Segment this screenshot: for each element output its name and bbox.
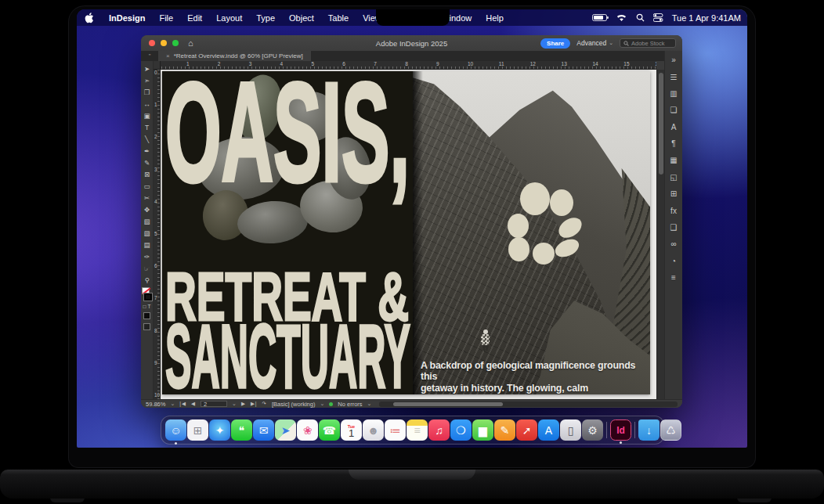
dock-item[interactable]: ❀: [297, 419, 318, 441]
horizontal-ruler[interactable]: 012345678910111213141516: [154, 61, 656, 70]
tool-button[interactable]: ▭: [142, 180, 153, 192]
ruler-origin-box[interactable]: [154, 61, 161, 70]
vertical-scrollbar[interactable]: [656, 70, 664, 399]
tool-button[interactable]: ✑: [142, 250, 153, 262]
horizontal-scrollbar[interactable]: [379, 401, 678, 407]
menu-item[interactable]: Layout: [209, 13, 249, 23]
scrollbar-thumb[interactable]: [659, 73, 663, 175]
page-spread[interactable]: OASIS, RETREAT & SANCTUARY: [162, 71, 650, 394]
panel-icon-button[interactable]: ▥: [667, 86, 681, 101]
dock-item[interactable]: ♫: [428, 419, 450, 441]
menu-item[interactable]: InDesign: [102, 13, 152, 23]
zoom-level[interactable]: 59.86%: [146, 401, 165, 408]
battery-icon[interactable]: [592, 14, 607, 21]
window-titlebar[interactable]: ⌂ Adobe InDesign 2025 Share Advanced⌄ Ad…: [141, 35, 682, 51]
dock-item[interactable]: ☻: [363, 419, 384, 441]
tool-button[interactable]: ➣: [142, 74, 153, 86]
tool-button[interactable]: ▣: [142, 110, 153, 121]
stroke-swatch[interactable]: [144, 293, 152, 301]
dock-item[interactable]: ✎: [494, 419, 515, 441]
tool-button[interactable]: ✒: [142, 145, 153, 157]
dock-item[interactable]: ✉: [253, 419, 274, 441]
adobe-stock-search-input[interactable]: Adobe Stock: [620, 38, 676, 48]
dock-item[interactable]: ☺: [165, 419, 186, 441]
document-canvas[interactable]: OASIS, RETREAT & SANCTUARY: [161, 70, 656, 399]
dock-item[interactable]: ⚙: [582, 419, 603, 441]
errors-caret-icon[interactable]: ⌄: [367, 401, 372, 407]
wifi-icon[interactable]: [616, 13, 627, 22]
dock-item[interactable]: ❍: [450, 419, 472, 441]
tool-button[interactable]: ↔: [142, 98, 153, 110]
tool-button[interactable]: ▤: [142, 239, 153, 250]
panel-icon-button[interactable]: ¶: [667, 136, 681, 151]
vertical-ruler[interactable]: 012345678910: [154, 70, 161, 399]
tool-button[interactable]: ✂: [142, 192, 153, 203]
tool-button[interactable]: ▨: [142, 227, 153, 239]
zoom-window-button[interactable]: [172, 40, 179, 46]
close-tab-icon[interactable]: ×: [166, 52, 170, 59]
tool-button[interactable]: ⚲: [142, 274, 153, 286]
share-button[interactable]: Share: [540, 38, 570, 49]
dock-item[interactable]: ≡: [407, 419, 428, 441]
tool-button[interactable]: ❐: [142, 86, 153, 98]
document-tab[interactable]: × *Retreat Overview.indd @ 60% [GPU Prev…: [158, 51, 311, 61]
fill-stroke-swatches[interactable]: [142, 287, 153, 301]
menu-item[interactable]: File: [152, 13, 180, 23]
tool-button[interactable]: ⊠: [142, 168, 153, 180]
scrollbar-thumb[interactable]: [393, 402, 503, 406]
panel-icon-button[interactable]: ☰: [667, 70, 681, 85]
menubar-clock[interactable]: Tue 1 Apr 9:41AM: [672, 13, 741, 23]
right-page[interactable]: A backdrop of geological magnificence gr…: [413, 71, 650, 394]
menu-item[interactable]: Edit: [180, 13, 209, 23]
dock-item[interactable]: ⊞: [187, 419, 208, 441]
preflight-caret-icon[interactable]: ⌄: [320, 401, 324, 407]
page-number-field[interactable]: 2: [201, 401, 227, 407]
dock-item[interactable]: ➚: [516, 419, 537, 441]
left-page[interactable]: OASIS, RETREAT & SANCTUARY: [162, 71, 413, 394]
dock-item[interactable]: ♺: [660, 419, 681, 441]
apple-menu[interactable]: [85, 13, 95, 23]
menu-item[interactable]: Help: [479, 13, 511, 23]
panel-icon-button[interactable]: ❏: [667, 103, 681, 117]
tool-button[interactable]: ☞: [142, 262, 153, 274]
panel-icon-button[interactable]: ⊞: [667, 186, 681, 201]
menu-item[interactable]: Type: [249, 13, 282, 23]
panel-icon-button[interactable]: ◱: [667, 170, 681, 185]
page-caret-icon[interactable]: ⌄: [232, 401, 237, 407]
caption-text[interactable]: A backdrop of geological magnificence gr…: [421, 360, 646, 394]
panel-icon-button[interactable]: ≡: [667, 270, 681, 285]
minimize-window-button[interactable]: [161, 40, 167, 46]
apply-color-button[interactable]: [143, 312, 150, 319]
dock-item[interactable]: Tue 1: [341, 419, 362, 441]
tool-button[interactable]: ▧: [142, 215, 153, 227]
tool-button[interactable]: ╲: [142, 133, 153, 145]
tool-button[interactable]: ✥: [142, 203, 153, 215]
previous-page-button[interactable]: ◀: [191, 401, 196, 407]
tool-button[interactable]: ➤: [142, 63, 153, 74]
control-center-icon[interactable]: [653, 13, 663, 22]
panel-icon-button[interactable]: ◔: [667, 254, 681, 268]
workspace-switcher[interactable]: Advanced⌄: [576, 39, 613, 47]
last-page-button[interactable]: ▶|: [251, 401, 258, 407]
dock-item[interactable]: ❝: [231, 419, 252, 441]
dock-item[interactable]: ▯: [560, 419, 581, 441]
menu-item[interactable]: Table: [321, 13, 356, 23]
panel-icon-button[interactable]: ∞: [667, 236, 681, 251]
page-backward-icon[interactable]: ↷: [262, 401, 267, 407]
preflight-errors-label[interactable]: No errors: [338, 401, 362, 408]
panel-icon-button[interactable]: ❑: [667, 220, 681, 235]
tool-button[interactable]: ✎: [142, 157, 153, 168]
panel-icon-button[interactable]: A: [667, 120, 681, 135]
home-icon[interactable]: ⌂: [188, 38, 193, 48]
panel-icon-button[interactable]: »: [667, 52, 681, 67]
dock-item[interactable]: ✦: [209, 419, 230, 441]
dock-item[interactable]: ▆: [472, 419, 493, 441]
menu-item[interactable]: Object: [282, 13, 321, 23]
preflight-profile[interactable]: [Basic] (working): [272, 401, 315, 408]
screen-mode-button[interactable]: [143, 323, 150, 330]
dock-item[interactable]: A: [538, 419, 559, 441]
formatting-affects-buttons[interactable]: □ T: [143, 304, 151, 309]
dock-item[interactable]: Id: [610, 419, 631, 441]
panel-icon-button[interactable]: fx: [667, 203, 681, 218]
dock-item[interactable]: ↓: [638, 419, 660, 441]
